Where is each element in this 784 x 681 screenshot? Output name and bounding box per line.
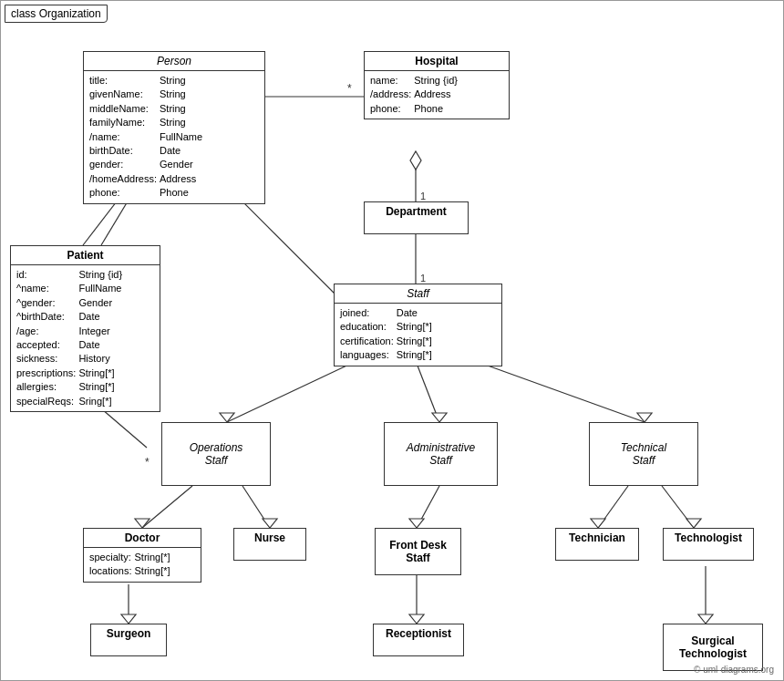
technologist-class: Technologist: [663, 528, 754, 561]
svg-text:1: 1: [420, 191, 426, 201]
svg-line-20: [475, 361, 645, 422]
department-title: Department: [365, 202, 468, 221]
patient-title: Patient: [11, 246, 160, 265]
diagram-container: class Organization * * 1 * 1 *: [0, 0, 784, 681]
front-desk-title: Front DeskStaff: [376, 529, 460, 574]
patient-class: Patient id:String {id} ^name:FullName ^g…: [10, 245, 160, 412]
technical-staff-class: TechnicalStaff: [589, 422, 698, 486]
diagram-title: class Organization: [5, 5, 108, 23]
technician-class: Technician: [555, 528, 639, 561]
svg-text:1: 1: [420, 273, 426, 284]
svg-marker-19: [432, 413, 447, 422]
technologist-title: Technologist: [664, 529, 753, 547]
patient-attrs: id:String {id} ^name:FullName ^gender:Ge…: [11, 265, 160, 411]
doctor-attrs: specialty:String[*] locations:String[*]: [84, 548, 201, 582]
front-desk-staff-class: Front DeskStaff: [375, 528, 461, 575]
svg-marker-25: [263, 519, 277, 528]
svg-line-18: [416, 361, 439, 422]
hospital-attrs: name:String {id} /address:Address phone:…: [365, 71, 509, 119]
person-attrs: title:String givenName:String middleName…: [84, 71, 264, 203]
receptionist-class: Receptionist: [373, 624, 464, 656]
svg-line-30: [662, 486, 694, 528]
technician-title: Technician: [556, 529, 638, 547]
doctor-class: Doctor specialty:String[*] locations:Str…: [83, 528, 201, 583]
svg-marker-33: [121, 614, 136, 624]
receptionist-title: Receptionist: [374, 624, 463, 643]
hospital-class: Hospital name:String {id} /address:Addre…: [364, 51, 510, 119]
svg-text:*: *: [347, 82, 352, 95]
staff-class: Staff joined:Date education:String[*] ce…: [334, 284, 502, 366]
surgical-technologist-title: SurgicalTechnologist: [664, 624, 762, 670]
svg-marker-23: [135, 519, 150, 528]
surgeon-class: Surgeon: [90, 624, 167, 656]
svg-line-22: [142, 486, 192, 528]
svg-marker-4: [410, 151, 421, 170]
staff-title: Staff: [335, 284, 501, 304]
surgeon-title: Surgeon: [91, 624, 166, 643]
department-class: Department: [364, 201, 469, 234]
svg-line-16: [227, 361, 356, 422]
staff-attrs: joined:Date education:String[*] certific…: [335, 304, 501, 366]
technical-staff-title: TechnicalStaff: [590, 423, 697, 485]
svg-marker-31: [686, 519, 701, 528]
svg-marker-37: [698, 614, 713, 624]
svg-text:*: *: [145, 456, 150, 469]
doctor-title: Doctor: [84, 529, 201, 548]
nurse-class: Nurse: [233, 528, 306, 561]
copyright: © uml-diagrams.org: [694, 665, 774, 675]
administrative-staff-class: AdministrativeStaff: [384, 422, 498, 486]
svg-marker-17: [220, 413, 234, 422]
svg-marker-35: [409, 614, 424, 624]
svg-line-26: [417, 486, 439, 528]
operations-staff-class: OperationsStaff: [161, 422, 271, 486]
svg-marker-27: [409, 519, 424, 528]
administrative-staff-title: AdministrativeStaff: [385, 423, 497, 485]
operations-staff-title: OperationsStaff: [162, 423, 270, 485]
svg-marker-21: [637, 413, 652, 422]
svg-line-24: [242, 486, 270, 528]
svg-line-28: [598, 486, 628, 528]
person-class: Person title:String givenName:String mid…: [83, 51, 265, 204]
person-title: Person: [84, 52, 264, 71]
nurse-title: Nurse: [234, 529, 305, 547]
hospital-title: Hospital: [365, 52, 509, 71]
svg-marker-29: [591, 519, 605, 528]
